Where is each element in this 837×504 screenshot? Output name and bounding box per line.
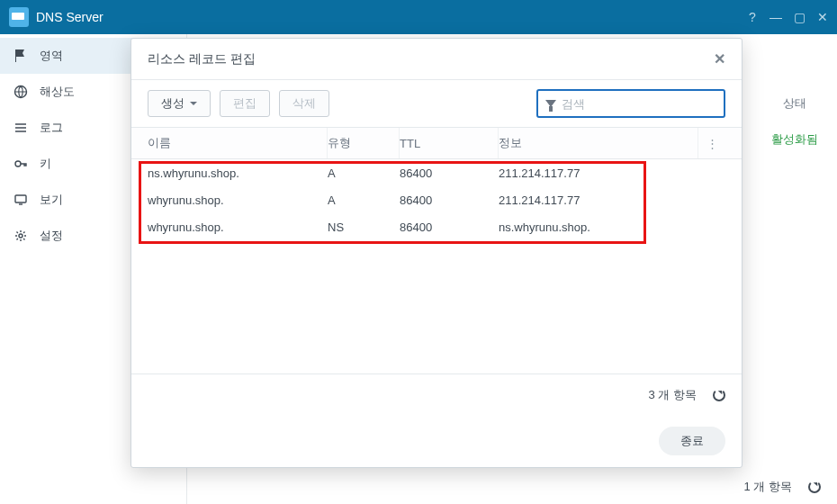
display-icon [13,193,29,207]
search-field[interactable] [536,89,725,118]
app-titlebar: DNS Server ? — ▢ ✕ [0,0,837,34]
globe-icon [13,85,29,99]
close-window-icon[interactable]: ✕ [817,12,828,22]
cell-name: whyrunu.shop. [148,194,328,207]
column-options-icon[interactable]: ⋮ [698,137,725,150]
app-title: DNS Server [36,10,104,24]
filter-icon [545,100,556,107]
cell-info: ns.whyrunu.shop. [499,220,698,234]
svg-point-3 [19,234,22,238]
table-row[interactable]: whyrunu.shop. NS 86400 ns.whyrunu.shop. [131,213,742,240]
cell-name: whyrunu.shop. [148,220,328,234]
cell-ttl: 86400 [400,220,499,234]
close-icon[interactable]: ✕ [714,50,725,68]
table-header: 이름 유형 TTL 정보 ⋮ [131,127,742,159]
main-item-count: 1 개 항목 [744,479,792,495]
create-button[interactable]: 생성 [148,90,211,117]
cell-ttl: 86400 [400,166,499,180]
svg-rect-2 [15,195,26,202]
dns-server-icon [9,7,29,27]
delete-button[interactable]: 삭제 [279,90,329,117]
sidebar-item-label: 영역 [40,48,63,64]
minimize-icon[interactable]: — [770,12,781,22]
close-button[interactable]: 종료 [659,427,725,455]
table-row[interactable]: whyrunu.shop. A 86400 211.214.117.77 [131,186,742,213]
col-type[interactable]: 유형 [328,128,400,158]
sidebar-item-label: 키 [40,156,51,172]
sidebar-item-label: 보기 [40,192,63,208]
edit-button[interactable]: 편집 [220,90,270,117]
refresh-icon[interactable] [713,389,725,401]
list-icon [13,121,29,135]
table-row[interactable]: ns.whyrunu.shop. A 86400 211.214.117.77 [131,159,742,186]
help-icon[interactable]: ? [747,12,758,22]
cell-name: ns.whyrunu.shop. [148,166,328,180]
resource-record-edit-modal: 리소스 레코드 편집 ✕ 생성 편집 삭제 이름 유형 TTL 정보 ⋮ ns.… [130,38,742,468]
modal-item-count: 3 개 항목 [649,387,697,403]
maximize-icon[interactable]: ▢ [794,12,805,22]
col-name[interactable]: 이름 [148,128,328,158]
cell-type: A [328,166,400,180]
window-controls: ? — ▢ ✕ [747,12,828,22]
svg-point-1 [15,161,21,166]
sidebar-item-label: 설정 [40,228,63,244]
chevron-down-icon [190,102,197,105]
cell-ttl: 86400 [400,194,499,207]
search-input[interactable] [562,97,716,111]
cell-type: NS [328,220,400,234]
sidebar-item-label: 로그 [40,120,63,136]
sidebar-item-label: 해상도 [40,84,75,100]
col-ttl[interactable]: TTL [400,128,499,158]
create-button-label: 생성 [161,95,184,112]
edit-button-label: 편집 [233,95,256,112]
flag-icon [13,49,29,63]
gear-icon [13,229,29,243]
key-icon [13,157,29,171]
delete-button-label: 삭제 [292,95,316,112]
table-body: ns.whyrunu.shop. A 86400 211.214.117.77 … [131,159,742,374]
refresh-icon[interactable] [808,481,821,493]
cell-info: 211.214.117.77 [499,194,698,207]
status-column-header: 상태 [763,88,826,119]
cell-info: 211.214.117.77 [499,166,698,180]
status-value: 활성화됨 [771,119,818,148]
cell-type: A [328,194,400,207]
col-info[interactable]: 정보 [499,128,698,158]
modal-title: 리소스 레코드 편집 [148,51,256,68]
